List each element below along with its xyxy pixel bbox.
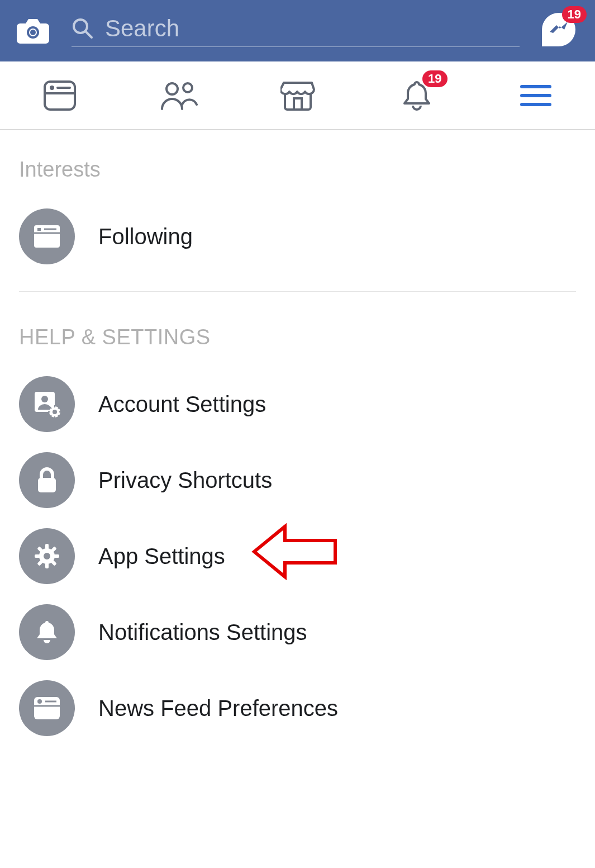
menu-item-account-settings[interactable]: Account Settings: [0, 366, 595, 442]
tab-news-feed[interactable]: [40, 76, 79, 115]
menu-item-news-feed-preferences[interactable]: News Feed Preferences: [0, 670, 595, 746]
tab-bar: 19: [0, 61, 595, 130]
section-title-help-settings: HELP & SETTINGS: [0, 297, 595, 366]
svg-point-2: [30, 30, 36, 35]
svg-point-43: [44, 553, 50, 559]
menu-item-privacy-shortcuts[interactable]: Privacy Shortcuts: [0, 442, 595, 518]
camera-icon[interactable]: [17, 17, 49, 45]
notifications-badge: 19: [422, 70, 447, 87]
svg-line-29: [58, 415, 60, 417]
svg-point-46: [37, 699, 42, 704]
svg-line-4: [85, 31, 92, 37]
menu-label: Following: [98, 224, 193, 249]
bell-icon: [19, 604, 75, 660]
svg-rect-5: [45, 82, 75, 110]
annotation-arrow: [251, 521, 341, 582]
svg-point-9: [166, 83, 178, 94]
svg-point-23: [53, 410, 57, 414]
search-icon: [72, 17, 94, 40]
tab-menu[interactable]: [516, 76, 555, 115]
menu-label: News Feed Preferences: [98, 696, 338, 721]
tab-marketplace[interactable]: [278, 76, 317, 115]
menu-item-notifications-settings[interactable]: Notifications Settings: [0, 594, 595, 670]
search-input[interactable]: [105, 15, 520, 42]
menu-list: Interests Following HELP & SETTINGS: [0, 130, 595, 746]
menu-label: Notifications Settings: [98, 620, 307, 645]
news-feed-icon: [19, 680, 75, 736]
menu-item-following[interactable]: Following: [0, 198, 595, 274]
gear-icon: [19, 528, 75, 584]
menu-label: App Settings: [98, 544, 225, 569]
messenger-button[interactable]: 19: [542, 13, 578, 49]
lock-icon: [19, 452, 75, 508]
svg-line-30: [50, 415, 51, 417]
svg-point-10: [183, 83, 192, 92]
tab-friends[interactable]: [159, 76, 198, 115]
divider: [19, 291, 576, 292]
menu-label: Privacy Shortcuts: [98, 468, 272, 493]
svg-rect-18: [37, 228, 41, 231]
svg-point-21: [41, 396, 48, 402]
tab-notifications[interactable]: 19: [397, 76, 436, 115]
account-settings-icon: [19, 376, 75, 432]
svg-line-31: [58, 407, 60, 409]
following-icon: [19, 208, 75, 264]
menu-label: Account Settings: [98, 392, 266, 417]
messenger-badge: 19: [562, 6, 587, 23]
app-header: 19: [0, 0, 595, 61]
svg-rect-11: [294, 98, 302, 110]
svg-rect-32: [38, 478, 56, 492]
section-title-interests: Interests: [0, 130, 595, 198]
search-container[interactable]: [72, 15, 520, 47]
svg-point-7: [50, 86, 54, 90]
